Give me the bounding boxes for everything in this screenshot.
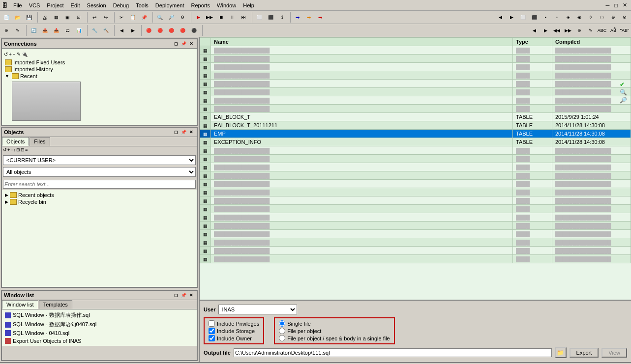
- tb-r2-end5[interactable]: ⊕: [574, 25, 585, 36]
- obj-minus-icon[interactable]: −: [10, 147, 13, 152]
- obj-add-icon[interactable]: +: [7, 147, 10, 152]
- tab-objects[interactable]: Objects: [2, 137, 29, 146]
- type-dropdown[interactable]: All objects: [3, 167, 196, 177]
- tab-files[interactable]: Files: [30, 137, 50, 146]
- tb-r2-16[interactable]: ⚫: [188, 25, 199, 36]
- save-button[interactable]: 💾: [24, 12, 34, 23]
- tb4[interactable]: ⊡: [73, 12, 84, 23]
- conn-refresh-icon[interactable]: ↺: [4, 52, 8, 57]
- tb9[interactable]: ⏹: [215, 12, 226, 23]
- tb14[interactable]: ℹ: [276, 12, 287, 23]
- menu-tools[interactable]: Tools: [133, 1, 151, 9]
- tb-nav10[interactable]: ◌: [597, 12, 607, 23]
- expand-icon-recent[interactable]: ▼: [5, 74, 9, 79]
- tb-nav12[interactable]: ⊗: [619, 12, 630, 23]
- obj-filter-icon[interactable]: ⊞: [16, 147, 20, 152]
- tb-r2-6[interactable]: 🗂: [62, 25, 73, 36]
- table-row[interactable]: ▦████████████████████████████████████: [200, 196, 631, 205]
- tb-arrow-right[interactable]: ➡: [292, 12, 303, 23]
- col-compiled[interactable]: Compiled: [552, 38, 631, 46]
- tb-r2-end4[interactable]: ▶▶: [563, 25, 573, 36]
- table-row[interactable]: ▦████████████████████████████████████: [200, 88, 631, 96]
- tb-nav9[interactable]: ◊: [585, 12, 596, 23]
- menu-help[interactable]: Help: [240, 1, 257, 9]
- obj-sort-icon[interactable]: ↕: [14, 147, 16, 152]
- tb-nav3[interactable]: ⬜: [517, 12, 528, 23]
- tb-r2-8[interactable]: 🔧: [89, 25, 100, 36]
- table-row[interactable]: ▦████████████████████████████████████: [200, 155, 631, 163]
- tb13[interactable]: ⬛: [265, 12, 276, 23]
- menu-session[interactable]: Session: [84, 1, 109, 9]
- view-button[interactable]: View: [601, 348, 627, 358]
- tb-r2-end8[interactable]: AB̄: [608, 25, 619, 36]
- menu-deployment[interactable]: Deployment: [152, 1, 187, 9]
- tb-r2-end9[interactable]: "AB": [619, 25, 630, 36]
- table-row[interactable]: ▦████████████████████████████████████: [200, 188, 631, 196]
- export-button[interactable]: Export: [570, 348, 599, 358]
- tb7[interactable]: ▶: [193, 12, 204, 23]
- conn-db-icon[interactable]: 🔌: [22, 52, 28, 57]
- tb-r2-11[interactable]: ▶: [127, 25, 138, 36]
- radio-single-file-input[interactable]: [279, 320, 285, 327]
- tab-window-list[interactable]: Window list: [2, 300, 38, 309]
- table-row[interactable]: ▦████████████████████████████████████: [200, 163, 631, 171]
- table-row[interactable]: ▦████████████████████████████████████: [200, 55, 631, 63]
- cb-privileges-input[interactable]: [209, 320, 215, 327]
- tb-r2-1[interactable]: ⊕: [1, 25, 12, 36]
- table-row[interactable]: ▦████████████████████████████████████: [200, 238, 631, 247]
- table-row[interactable]: ▦████████████████████████████████████: [200, 71, 631, 80]
- close-button[interactable]: ✕: [621, 1, 629, 9]
- table-row[interactable]: ▦████████████████████████████████████: [200, 46, 631, 55]
- tb8[interactable]: ▶▶: [204, 12, 215, 23]
- obj-menu-icon[interactable]: ≡: [25, 147, 28, 152]
- tree-item-recent[interactable]: ▼ Recent: [4, 73, 195, 80]
- tb-arrow-right3[interactable]: ➡: [315, 12, 326, 23]
- objects-close-icon[interactable]: ✕: [188, 129, 195, 136]
- objects-restore-icon[interactable]: ◻: [172, 129, 179, 136]
- copy-button[interactable]: 📋: [127, 12, 138, 23]
- tb-nav8[interactable]: ◉: [574, 12, 585, 23]
- window-item-3[interactable]: Export User Objects of INAS: [3, 337, 196, 345]
- connections-restore-icon[interactable]: ◻: [172, 40, 179, 47]
- table-row[interactable]: ▦████████████████████████████████████: [200, 180, 631, 188]
- tb-r2-end2[interactable]: ▶: [540, 25, 551, 36]
- tb-r2-10[interactable]: ◀: [116, 25, 127, 36]
- open-button[interactable]: 📂: [12, 12, 23, 23]
- table-row[interactable]: ▦████████████████████████████████████: [200, 63, 631, 71]
- table-row[interactable]: ▦████████████████████████████████████: [200, 247, 631, 255]
- tb-r2-end7[interactable]: ABC: [597, 25, 607, 36]
- tb-nav2[interactable]: ▶: [506, 12, 517, 23]
- tb-r2-end6[interactable]: ✎: [585, 25, 596, 36]
- user-select[interactable]: INAS: [218, 305, 297, 314]
- tb11[interactable]: ⏭: [238, 12, 249, 23]
- zoom-icon[interactable]: 🔎: [620, 97, 627, 104]
- connections-close-icon[interactable]: ✕: [188, 40, 195, 47]
- window-item-2[interactable]: SQL Window - 0410.sql: [3, 329, 196, 337]
- tb6[interactable]: ⚙: [177, 12, 188, 23]
- tb5[interactable]: 🔎: [166, 12, 177, 23]
- print-button[interactable]: 🖨: [39, 12, 50, 23]
- expand-icon-recent-objects[interactable]: ▶: [5, 193, 8, 197]
- tb-nav5[interactable]: ▪: [540, 12, 551, 23]
- tb-r2-15[interactable]: 🔴: [177, 25, 188, 36]
- tb-r2-14[interactable]: 🔴: [166, 25, 177, 36]
- table-row[interactable]: ▦████████████████████████████████████: [200, 80, 631, 88]
- tree-item-imported-fixed[interactable]: Imported Fixed Users: [4, 59, 195, 66]
- find-button[interactable]: 🔍: [154, 12, 165, 23]
- obj-more-icon[interactable]: ⊟: [21, 147, 25, 152]
- tb-r2-end3[interactable]: ◀◀: [551, 25, 562, 36]
- tb-arrow-right2[interactable]: ➡: [303, 12, 314, 23]
- menu-debug[interactable]: Debug: [110, 1, 132, 9]
- menu-window[interactable]: Window: [214, 1, 239, 9]
- tb-r2-3[interactable]: 🔄: [28, 25, 39, 36]
- col-type[interactable]: Type: [513, 38, 552, 46]
- window-item-1[interactable]: SQL Window - 数据库语句0407.sql: [3, 320, 196, 329]
- tb-r2-13[interactable]: 🔴: [154, 25, 165, 36]
- tb-r2-2[interactable]: ✎: [12, 25, 23, 36]
- obj-refresh-icon[interactable]: ↺: [3, 147, 7, 152]
- search-input[interactable]: [3, 180, 196, 189]
- tb-nav11[interactable]: ⊕: [608, 12, 619, 23]
- tb12[interactable]: ⬜: [254, 12, 265, 23]
- tab-templates[interactable]: Templates: [39, 300, 72, 309]
- tb-nav7[interactable]: ◈: [563, 12, 573, 23]
